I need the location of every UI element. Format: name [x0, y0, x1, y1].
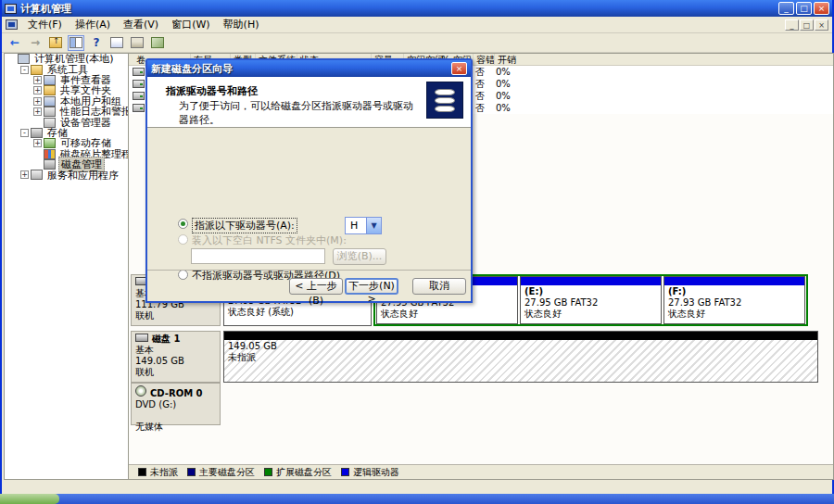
restore-button[interactable]: □	[796, 2, 812, 15]
tree-item-icon	[44, 149, 56, 159]
tree-item-icon	[44, 85, 56, 95]
show-hide-tree-icon[interactable]	[68, 35, 84, 51]
plus-expander-icon[interactable]: +	[33, 97, 42, 106]
chevron-down-icon[interactable]: ▼	[366, 218, 381, 233]
menu-item-0[interactable]: 文件(F)	[21, 16, 69, 33]
menu-bar: 文件(F)操作(A)查看(V)窗口(W)帮助(H) _ □ ×	[2, 17, 832, 33]
partition-drive-letter: (E:)	[524, 286, 657, 297]
menu-item-3[interactable]: 窗口(W)	[165, 16, 216, 33]
close-button[interactable]: ×	[814, 2, 829, 15]
help-icon[interactable]: ?	[88, 35, 105, 51]
drive-letter-select[interactable]: H ▼	[345, 217, 382, 234]
partition-info: 149.05 GB未指派	[224, 340, 817, 364]
minimize-button[interactable]: _	[778, 2, 794, 15]
minus-expander-icon[interactable]: -	[20, 129, 29, 137]
column-header-0[interactable]: 卷	[133, 54, 145, 66]
legend-color-swatch	[138, 468, 146, 476]
disk-label-1[interactable]: 磁盘 1基本149.05 GB联机	[131, 331, 221, 383]
partition-status: 未指派	[228, 352, 814, 363]
start-button[interactable]	[0, 494, 59, 504]
partition-color-bar	[664, 277, 804, 285]
child-close-button[interactable]: ×	[815, 19, 828, 31]
child-restore-button[interactable]: □	[800, 19, 814, 31]
plus-expander-icon[interactable]: +	[33, 86, 42, 94]
computer-management-window: 计算机管理 _ □ × 文件(F)操作(A)查看(V)窗口(W)帮助(H) _ …	[0, 0, 834, 504]
tree-item-icon	[31, 128, 43, 138]
refresh-icon[interactable]	[108, 35, 125, 51]
dialog-heading: 指派驱动器号和路径	[166, 84, 258, 98]
dialog-button-row: < 上一步(B) 下一步(N) > 取消	[147, 270, 471, 301]
fault-tolerance-cell: 否	[475, 78, 485, 90]
back-step-button[interactable]: < 上一步(B)	[289, 278, 343, 295]
mount-folder-label[interactable]: 装入以下空白 NTFS 文件夹中(M):	[192, 233, 347, 247]
partition-info: (F:)27.93 GB FAT32状态良好	[664, 285, 804, 321]
mount-folder-radio[interactable]	[178, 234, 188, 245]
volume-icon	[133, 80, 145, 88]
volume-icon	[133, 92, 145, 100]
plus-expander-icon[interactable]: +	[33, 139, 42, 147]
properties-icon[interactable]	[129, 35, 145, 51]
dialog-title: 新建磁盘分区向导	[151, 62, 233, 76]
new-partition-wizard-dialog: 新建磁盘分区向导 × 指派驱动器号和路径 为了便于访问，可以给磁盘分区指派驱动器…	[145, 58, 473, 303]
mount-path-input[interactable]	[191, 248, 325, 264]
forward-icon[interactable]: →	[27, 35, 44, 51]
up-folder-icon[interactable]	[47, 35, 64, 51]
tree-item-icon	[44, 107, 56, 117]
disk-icon	[135, 334, 148, 342]
plus-expander-icon[interactable]: +	[20, 170, 29, 179]
legend-label: 未指派	[150, 466, 178, 479]
disk-size: 149.05 GB	[135, 356, 216, 367]
menu-item-1[interactable]: 操作(A)	[69, 16, 117, 33]
plus-expander-icon[interactable]: +	[33, 76, 42, 84]
partition-color-bar	[521, 277, 661, 285]
tree-item-icon	[44, 75, 56, 85]
next-step-button[interactable]: 下一步(N) >	[345, 278, 398, 295]
menu-item-2[interactable]: 查看(V)	[117, 16, 165, 33]
menu-item-4[interactable]: 帮助(H)	[217, 16, 266, 33]
disk-stack-icon	[426, 82, 463, 119]
disk-name: CD-ROM 0	[150, 388, 203, 398]
disk-label-2[interactable]: CD-ROM 0DVD (G:) 无媒体	[131, 383, 221, 425]
partition-size: 27.93 GB FAT32	[668, 297, 801, 309]
tree-item-icon	[18, 54, 30, 64]
tree-item-icon	[31, 65, 43, 75]
disk-type: 基本	[135, 345, 216, 356]
legend-color-swatch	[264, 468, 272, 476]
minus-expander-icon[interactable]: -	[20, 66, 29, 74]
partition-size: 27.95 GB FAT32	[524, 297, 657, 309]
partition-0-2[interactable]: (E:)27.95 GB FAT32状态良好	[520, 276, 662, 324]
partition-size: 149.05 GB	[228, 341, 814, 352]
column-header-8[interactable]: 容错	[473, 54, 495, 66]
partition-status: 状态良好 (系统)	[228, 307, 367, 318]
overhead-cell: 0%	[496, 102, 511, 114]
back-icon[interactable]: ←	[6, 35, 23, 51]
window-bottom-frame	[2, 480, 832, 494]
tree-item-11[interactable]: +服务和应用程序	[5, 170, 128, 180]
child-window-icon	[6, 19, 18, 30]
child-minimize-button[interactable]: _	[785, 19, 799, 31]
assign-letter-label[interactable]: 指派以下驱动器号(A):	[192, 218, 297, 233]
action-icon[interactable]	[149, 35, 166, 51]
cdrom-icon	[135, 385, 146, 397]
desktop-taskbar	[0, 494, 834, 504]
cancel-button[interactable]: 取消	[412, 278, 466, 295]
tree-item-label: 服务和应用程序	[45, 169, 120, 183]
partition-1-0[interactable]: 149.05 GB未指派	[223, 331, 818, 383]
disk-name: 磁盘 1	[152, 334, 180, 344]
assign-letter-radio[interactable]	[178, 219, 188, 229]
dialog-subheading: 为了便于访问，可以给磁盘分区指派驱动器号或驱动器路径。	[179, 99, 420, 127]
legend-item-3: 逻辑驱动器	[341, 466, 399, 479]
legend-item-1: 主要磁盘分区	[187, 466, 255, 479]
dialog-body: 指派以下驱动器号(A): H ▼ 装入以下空白 NTFS 文件夹中(M): 浏览…	[147, 128, 471, 271]
tree-item-icon	[31, 170, 43, 180]
disk-status: 联机	[135, 367, 216, 378]
browse-button[interactable]: 浏览(B)...	[333, 248, 386, 265]
dialog-close-icon[interactable]: ×	[451, 62, 467, 75]
overhead-cell: 0%	[496, 90, 511, 102]
partition-0-3[interactable]: (F:)27.93 GB FAT32状态良好	[663, 276, 805, 324]
toolbar: ← → ?	[2, 33, 832, 53]
plus-expander-icon[interactable]: +	[33, 107, 42, 116]
fault-tolerance-cell: 否	[475, 102, 485, 114]
overhead-cell: 0%	[496, 78, 511, 90]
column-header-9[interactable]: 开销	[494, 54, 516, 66]
